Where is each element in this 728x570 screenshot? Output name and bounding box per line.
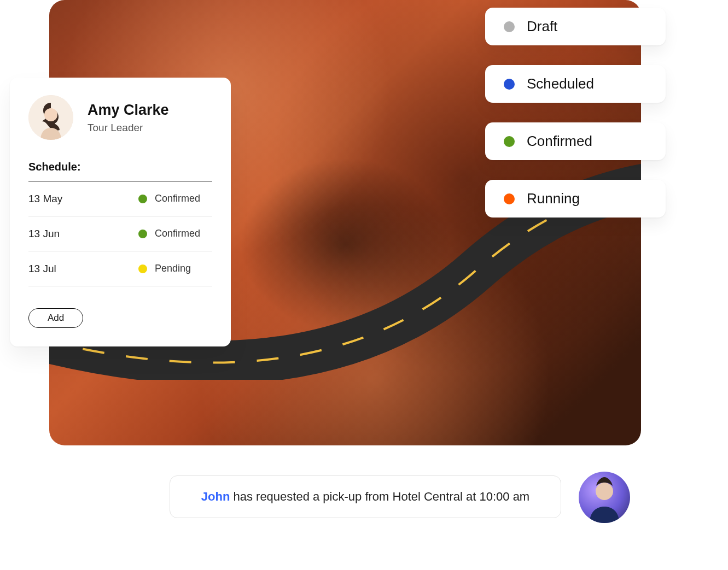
schedule-status-label: Pending — [155, 263, 191, 274]
schedule-date: 13 May — [28, 193, 62, 205]
notification-avatar[interactable] — [579, 472, 630, 523]
status-dot-icon — [504, 79, 515, 90]
schedule-row: 13 May Confirmed — [28, 181, 212, 216]
schedule-date: 13 Jul — [28, 263, 56, 275]
schedule-status: Confirmed — [138, 228, 212, 239]
status-option-label: Confirmed — [527, 133, 592, 150]
schedule-heading: Schedule: — [28, 161, 212, 181]
profile-identity: Amy Clarke Tour Leader — [88, 102, 169, 134]
add-button[interactable]: Add — [28, 308, 83, 328]
status-dot-icon — [504, 21, 515, 32]
schedule-date: 13 Jun — [28, 228, 60, 240]
svg-point-2 — [596, 483, 613, 500]
notification-text: John has requested a pick-up from Hotel … — [201, 490, 529, 504]
schedule-row: 13 Jun Confirmed — [28, 216, 212, 251]
status-option-scheduled[interactable]: Scheduled — [485, 65, 666, 103]
schedule-status: Pending — [138, 263, 212, 274]
notification-user-mention[interactable]: John — [201, 490, 230, 503]
status-option-running[interactable]: Running — [485, 180, 666, 218]
profile-name: Amy Clarke — [88, 102, 169, 119]
status-dot-icon — [504, 193, 515, 204]
status-option-label: Draft — [527, 18, 557, 35]
schedule-status-label: Confirmed — [155, 228, 200, 239]
profile-card: Amy Clarke Tour Leader Schedule: 13 May … — [10, 78, 231, 346]
avatar-placeholder-icon — [579, 472, 630, 523]
profile-role: Tour Leader — [88, 122, 169, 134]
status-dot-icon — [504, 136, 515, 147]
status-option-confirmed[interactable]: Confirmed — [485, 122, 666, 160]
status-option-label: Scheduled — [527, 75, 594, 92]
status-options-column: Draft Scheduled Confirmed Running — [485, 8, 666, 218]
status-option-label: Running — [527, 190, 580, 207]
schedule-status: Confirmed — [138, 193, 212, 204]
schedule-row: 13 Jul Pending — [28, 251, 212, 286]
status-option-draft[interactable]: Draft — [485, 8, 666, 45]
profile-header: Amy Clarke Tour Leader — [28, 95, 212, 140]
notification-bubble: John has requested a pick-up from Hotel … — [170, 475, 561, 518]
status-dot-icon — [138, 265, 147, 273]
status-dot-icon — [138, 230, 147, 238]
svg-point-1 — [44, 108, 57, 121]
profile-avatar — [28, 95, 73, 140]
notification-body: has requested a pick-up from Hotel Centr… — [230, 490, 529, 503]
avatar-placeholder-icon — [28, 95, 73, 140]
status-dot-icon — [138, 195, 147, 203]
schedule-status-label: Confirmed — [155, 193, 200, 204]
